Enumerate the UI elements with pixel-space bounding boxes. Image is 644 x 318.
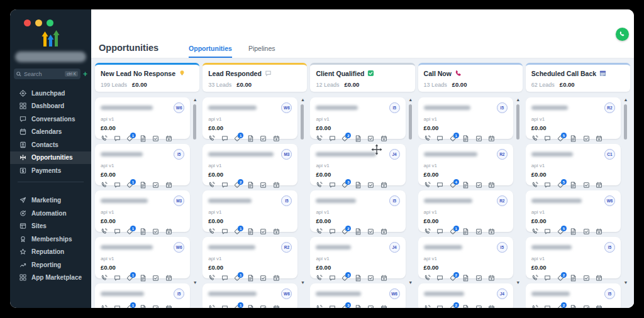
notes-icon[interactable] [140,228,147,235]
notes-icon[interactable] [140,305,147,308]
sidebar-item-automation[interactable]: Automation [10,207,91,220]
sidebar-item-conversations[interactable]: Conversations [10,112,91,126]
opportunity-card[interactable]: J42 [418,283,513,308]
call-icon[interactable] [316,275,323,282]
tasks-icon[interactable] [583,182,590,189]
tasks-icon[interactable] [260,305,267,308]
tasks-icon[interactable] [475,182,482,189]
sms-icon[interactable] [114,275,121,282]
opportunity-card[interactable]: I5api v1£0.001 [95,144,190,185]
notes-icon[interactable] [462,275,469,282]
scrollbar-thumb[interactable] [409,104,412,140]
notes-icon[interactable] [462,135,469,142]
scroll-down-arrow-icon[interactable]: ▼ [408,280,414,285]
scroll-down-arrow-icon[interactable]: ▼ [192,280,198,285]
opportunity-card[interactable]: I51 [95,283,190,308]
column-header[interactable]: Scheduled Call Back62 Leads£0.00 [526,63,630,92]
sms-icon[interactable] [436,135,443,142]
tag-icon[interactable]: 4 [450,182,457,189]
scroll-down-arrow-icon[interactable]: ▼ [515,280,521,285]
call-icon[interactable] [101,275,108,282]
notes-icon[interactable] [247,228,254,235]
scroll-up-arrow-icon[interactable]: ▲ [299,97,306,102]
call-icon[interactable] [208,182,215,189]
scroll-up-arrow-icon[interactable]: ▲ [192,97,198,102]
whatsapp-call-button[interactable] [616,28,629,41]
tag-icon[interactable]: 1 [234,228,241,235]
tag-icon[interactable]: 3 [341,305,348,308]
column-scrollbar[interactable]: ▲▼ [515,97,521,308]
tab-pipelines[interactable]: Pipelines [248,45,275,58]
sms-icon[interactable] [114,305,121,308]
opportunity-card[interactable]: R2api v1£0.004 [418,144,513,185]
column-scrollbar[interactable]: ▲▼ [192,97,198,308]
opportunity-card[interactable]: W6api v1£0.001 [203,97,297,139]
appointment-icon[interactable] [380,228,387,235]
sidebar-item-contacts[interactable]: Contacts [10,138,91,151]
sms-icon[interactable] [221,182,228,189]
tag-icon[interactable]: 1 [450,135,457,142]
tag-icon[interactable]: 1 [234,305,241,308]
call-icon[interactable] [531,275,538,282]
opportunity-card[interactable]: R2api v1£0.005 [526,97,621,139]
call-icon[interactable] [316,182,323,189]
opportunity-card[interactable]: I52 [526,283,621,308]
notes-icon[interactable] [570,228,577,235]
appointment-icon[interactable] [165,275,172,282]
tasks-icon[interactable] [367,228,374,235]
tag-icon[interactable]: 2 [234,182,241,189]
sms-icon[interactable] [114,228,121,235]
call-icon[interactable] [101,135,108,142]
notes-icon[interactable] [462,182,469,189]
opportunity-card[interactable]: I5api v1£0.002 [310,190,405,232]
sms-icon[interactable] [114,182,121,189]
sms-icon[interactable] [329,135,336,142]
opportunity-card[interactable]: W61 [203,283,297,308]
sms-icon[interactable] [114,135,121,142]
notes-icon[interactable] [247,135,254,142]
notes-icon[interactable] [140,275,147,282]
tag-icon[interactable]: 3 [341,182,348,189]
sms-icon[interactable] [329,228,336,235]
opportunity-card[interactable]: R2api v1£0.001 [203,237,297,278]
sidebar-item-dashboard[interactable]: Dashboard [10,100,91,113]
scroll-down-arrow-icon[interactable]: ▼ [299,280,306,285]
sidebar-item-app-marketplace[interactable]: App Marketplace [10,271,91,285]
notes-icon[interactable] [355,182,362,189]
tag-icon[interactable]: 2 [557,275,564,282]
opportunity-card[interactable]: W6api v1£0.001 [95,97,190,139]
scroll-up-arrow-icon[interactable]: ▲ [408,97,414,102]
tag-icon[interactable]: 5 [557,182,564,189]
opportunity-card[interactable]: W63 [310,283,405,308]
opportunity-card[interactable]: C1api v1£0.005 [526,144,621,185]
appointment-icon[interactable] [273,228,280,235]
scrollbar-thumb[interactable] [624,104,627,140]
opportunity-card[interactable]: J4api v1£0.003 [310,237,405,278]
tasks-icon[interactable] [260,228,267,235]
call-icon[interactable] [101,182,108,189]
sms-icon[interactable] [221,305,228,308]
notes-icon[interactable] [247,182,254,189]
sidebar-item-calendars[interactable]: Calendars [10,126,91,139]
tasks-icon[interactable] [152,135,159,142]
appointment-icon[interactable] [488,135,495,142]
appointment-icon[interactable] [273,275,280,282]
sidebar-item-opportunities[interactable]: Opportunities [10,151,91,165]
tab-opportunities[interactable]: Opportunities [189,45,232,58]
close-window-button[interactable] [24,19,31,26]
appointment-icon[interactable] [596,305,602,308]
call-icon[interactable] [531,228,538,235]
notes-icon[interactable] [570,135,577,142]
appointment-icon[interactable] [380,305,387,308]
appointment-icon[interactable] [273,182,280,189]
call-icon[interactable] [531,135,538,142]
minimize-window-button[interactable] [35,19,42,26]
notes-icon[interactable] [355,135,362,142]
opportunity-card[interactable]: I5api v1£0.002 [310,97,405,139]
tag-icon[interactable]: 1 [126,305,133,308]
call-icon[interactable] [208,228,215,235]
appointment-icon[interactable] [488,305,495,308]
sms-icon[interactable] [221,228,228,235]
notes-icon[interactable] [140,182,147,189]
maximize-window-button[interactable] [47,19,53,26]
